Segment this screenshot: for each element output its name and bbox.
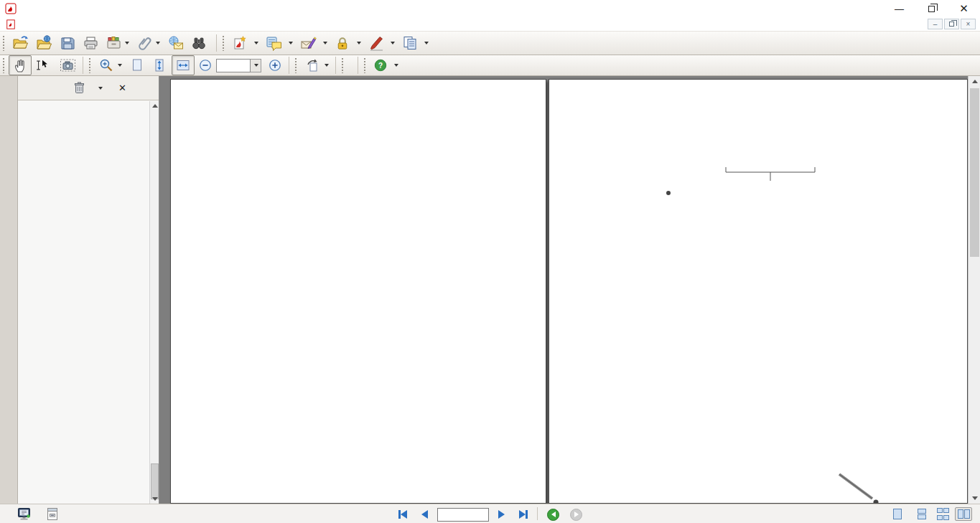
fit-width-button[interactable] [172, 55, 195, 75]
select-tool-button[interactable] [32, 55, 56, 75]
comment-markup-caret [289, 42, 293, 44]
search-button[interactable] [187, 33, 213, 53]
hand-tool-button[interactable] [9, 55, 32, 75]
delete-pages-icon[interactable] [74, 82, 85, 94]
zoom-level-input[interactable] [216, 59, 251, 72]
restore-button[interactable] [915, 0, 948, 17]
document-window-controls: – × [928, 19, 980, 29]
callout-layer [549, 80, 967, 503]
email-button[interactable] [164, 33, 187, 53]
forms-button[interactable] [398, 33, 432, 53]
two-up-layout-button[interactable] [955, 507, 972, 521]
document-status-icon[interactable] [17, 507, 32, 523]
navigation-tab-strip [0, 76, 18, 504]
minimize-button[interactable]: — [883, 0, 915, 17]
toolbar-grip[interactable] [341, 57, 345, 73]
last-page-button[interactable] [514, 507, 533, 521]
toolbar-grip[interactable] [363, 57, 367, 73]
print-button[interactable] [79, 33, 102, 53]
attach-button[interactable] [133, 33, 164, 53]
zoom-tool-caret [118, 64, 122, 67]
doc-scroll-thumb[interactable] [970, 88, 979, 257]
organizer-dropdown-caret [125, 42, 129, 44]
panel-close-button[interactable]: ✕ [118, 83, 126, 93]
create-pdf-button[interactable] [228, 33, 262, 53]
actual-size-button[interactable] [126, 55, 149, 75]
rotate-pages-icon [304, 57, 321, 73]
zoom-in-icon [268, 58, 282, 72]
page-indicator [437, 507, 489, 519]
pages-options-button[interactable] [95, 87, 103, 90]
zoom-level-dropdown[interactable] [251, 59, 261, 72]
actual-size-icon [129, 57, 145, 73]
toolbar-grip[interactable] [222, 35, 225, 51]
acrobat-window: — ✕ – × [0, 0, 980, 523]
zoom-in-button[interactable] [264, 56, 286, 75]
send-review-icon [300, 35, 317, 51]
email-globe-icon [167, 35, 184, 51]
paperclip-icon [136, 35, 152, 51]
zoom-out-button[interactable] [195, 56, 216, 75]
toolbar-grip[interactable] [294, 57, 298, 73]
panel-scroll-down[interactable] [150, 494, 159, 504]
lock-icon [335, 35, 350, 51]
zoom-dropdown-caret [254, 64, 258, 67]
panel-scroll-up[interactable] [150, 101, 159, 110]
snapshot-camera-icon [60, 57, 76, 73]
continuous-layout-button[interactable] [913, 507, 930, 521]
doc-restore-button[interactable] [944, 19, 959, 29]
document-page-left [170, 79, 546, 504]
file-toolbar [0, 32, 980, 55]
select-tool-icon [35, 57, 50, 73]
sign-caret [391, 42, 395, 44]
rotate-pages-caret [325, 64, 329, 67]
zoom-out-icon [198, 58, 213, 72]
next-view-button[interactable] [570, 507, 582, 521]
toolbar-grip[interactable] [2, 57, 6, 73]
single-page-layout-button[interactable] [889, 507, 906, 521]
status-bar [0, 504, 980, 523]
previous-page-button[interactable] [415, 507, 434, 521]
fit-page-button[interactable] [149, 55, 172, 75]
first-page-button[interactable] [393, 507, 412, 521]
facing-layout-button[interactable] [935, 507, 951, 521]
doc-scroll-up[interactable] [969, 76, 980, 87]
page-indicator-input[interactable] [437, 508, 489, 522]
send-for-review-button[interactable] [297, 33, 331, 53]
open-button[interactable] [9, 33, 32, 53]
help-button[interactable]: ? [370, 56, 402, 75]
doc-minimize-button[interactable]: – [928, 19, 943, 29]
secure-caret [357, 42, 361, 44]
previous-view-button[interactable] [547, 507, 559, 521]
save-button[interactable] [56, 33, 79, 53]
attach-dropdown-caret [156, 42, 160, 44]
document-area[interactable] [159, 76, 980, 504]
open-web-button[interactable] [32, 33, 56, 53]
next-page-button[interactable] [492, 507, 510, 521]
secure-button[interactable] [331, 33, 365, 53]
thumbnail-list [18, 101, 149, 504]
organizer-button[interactable] [102, 33, 133, 53]
forms-icon [402, 35, 418, 51]
zoom-tool-button[interactable] [95, 55, 126, 75]
yahoo-search-button[interactable] [347, 63, 355, 67]
create-pdf-caret [254, 42, 258, 44]
document-scrollbar[interactable] [968, 76, 980, 504]
page-navigation [393, 507, 533, 522]
sign-button[interactable] [365, 33, 398, 53]
close-button[interactable]: ✕ [948, 0, 980, 17]
panel-scrollbar[interactable] [149, 101, 159, 504]
page-view-icon[interactable] [46, 507, 59, 523]
doc-scroll-down[interactable] [969, 493, 980, 504]
doc-close-button[interactable]: × [961, 19, 976, 29]
zoom-level-combo [216, 59, 261, 72]
toolbar-grip[interactable] [2, 35, 6, 51]
menu-bar: – × [0, 17, 980, 32]
main-area: ✕ [0, 76, 980, 504]
document-page-right [549, 79, 968, 504]
snapshot-tool-button[interactable] [56, 55, 80, 75]
binoculars-icon [191, 35, 207, 51]
rotate-pages-button[interactable] [301, 55, 332, 75]
toolbar-grip[interactable] [88, 57, 92, 73]
comment-markup-button[interactable] [262, 33, 297, 53]
